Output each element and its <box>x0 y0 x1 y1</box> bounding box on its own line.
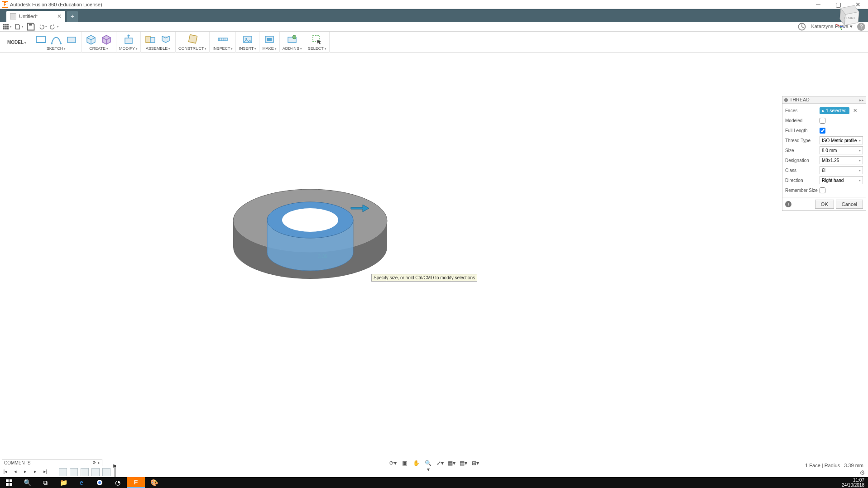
ribbon-group-create[interactable]: CREATE <box>82 32 116 53</box>
ribbon-label-create: CREATE <box>89 46 108 51</box>
ribbon-group-assemble[interactable]: ASSEMBLE <box>141 32 176 53</box>
row-class: Class 6H <box>785 165 863 175</box>
timeline-start-button[interactable]: |◂ <box>2 469 9 476</box>
look-at-button[interactable]: ▣ <box>400 460 409 468</box>
ribbon-toolbar: MODEL SKETCH CREATE MODIFY ASSEMBLE <box>0 32 868 53</box>
sketch-plane-icon[interactable] <box>65 33 78 46</box>
timeline-marker[interactable] <box>113 467 117 477</box>
ribbon-group-sketch[interactable]: SKETCH <box>31 32 82 53</box>
zoom-button[interactable]: 🔍▾ <box>424 460 433 468</box>
paint-icon[interactable]: 🎨 <box>145 477 163 488</box>
job-status-icon[interactable] <box>797 23 806 31</box>
timeline-fwd-button[interactable]: ▸ <box>32 469 39 476</box>
info-icon[interactable]: i <box>785 201 791 207</box>
viewcube[interactable]: FRONT <box>832 0 863 32</box>
designation-dropdown[interactable]: M8x1.25 <box>820 156 863 164</box>
comments-expand-icon[interactable]: ▸ <box>98 460 100 465</box>
class-dropdown[interactable]: 6H <box>820 166 863 174</box>
cancel-button[interactable]: Cancel <box>836 200 863 209</box>
display-button[interactable]: ▦▾ <box>447 460 456 468</box>
select-window-icon[interactable] <box>310 33 324 46</box>
class-value: 6H <box>822 168 828 173</box>
timeline-end-button[interactable]: ▸| <box>42 469 49 476</box>
grid-button[interactable]: ▤▾ <box>459 460 468 468</box>
edge-icon[interactable]: e <box>72 477 91 488</box>
sketch-line-icon[interactable] <box>49 33 63 46</box>
ribbon-label-sketch: SKETCH <box>47 46 66 51</box>
start-button[interactable] <box>0 477 18 488</box>
remember-label: Remember Size <box>785 188 818 193</box>
create-box-icon[interactable] <box>84 33 98 46</box>
modeled-checkbox[interactable] <box>820 118 825 124</box>
panel-footer: i OK Cancel <box>782 197 866 211</box>
addins-store-icon[interactable] <box>285 33 299 46</box>
ribbon-group-select[interactable]: SELECT <box>305 32 330 53</box>
panel-pin-icon[interactable]: ▸▸ <box>859 98 864 102</box>
quick-access-toolbar: Katarzyna Plewa ▾ ? <box>0 22 868 32</box>
timeline-feature[interactable] <box>81 468 89 476</box>
orbit-button[interactable]: ⟳▾ <box>388 460 398 468</box>
explorer-icon[interactable]: 📁 <box>54 477 72 488</box>
panel-header[interactable]: THREAD ▸▸ <box>782 96 866 104</box>
system-tray[interactable]: 11:07 24/10/2018 <box>842 478 868 488</box>
assemble-component-icon[interactable] <box>144 33 157 46</box>
modify-presspull-icon[interactable] <box>122 33 135 46</box>
construct-plane-icon[interactable] <box>186 33 199 46</box>
ribbon-group-insert[interactable]: INSERT <box>236 32 259 53</box>
save-button[interactable] <box>26 23 35 31</box>
create-extrude-icon[interactable] <box>100 33 113 46</box>
pan-button[interactable]: ✋ <box>412 460 421 468</box>
svg-rect-3 <box>3 26 5 28</box>
timeline-feature[interactable] <box>59 468 67 476</box>
thread-type-dropdown[interactable]: ISO Metric profile <box>820 136 863 144</box>
sketch-rectangle-icon[interactable] <box>34 33 48 46</box>
ribbon-group-addins[interactable]: ADD-INS <box>280 32 305 53</box>
fit-button[interactable]: ⤢▾ <box>436 460 445 468</box>
search-button[interactable]: 🔍 <box>18 477 36 488</box>
file-icon <box>10 13 16 19</box>
document-tab[interactable]: Untitled* ✕ <box>6 11 65 22</box>
fusion-taskbar-icon[interactable]: F <box>127 477 145 488</box>
faces-clear-icon[interactable]: ✕ <box>853 108 857 114</box>
comments-panel[interactable]: COMMENTS ⚙ ▸ <box>2 459 102 466</box>
timeline-feature[interactable] <box>70 468 78 476</box>
model-geometry <box>229 171 392 289</box>
ribbon-group-construct[interactable]: CONSTRUCT <box>176 32 210 53</box>
viewport-button[interactable]: ⊞▾ <box>471 460 480 468</box>
file-menu-button[interactable] <box>14 23 24 31</box>
timeline-settings-icon[interactable]: ⚙ <box>859 469 865 476</box>
faces-selection-badge[interactable]: ▸ 1 selected <box>820 107 849 114</box>
faces-count: 1 selected <box>826 108 847 113</box>
svg-rect-2 <box>7 24 9 25</box>
timeline-back-button[interactable]: ◂ <box>12 469 19 476</box>
assemble-joint-icon[interactable] <box>159 33 173 46</box>
workspace-switcher[interactable]: MODEL <box>3 32 31 53</box>
minimize-button[interactable]: ─ <box>808 0 828 9</box>
ribbon-group-modify[interactable]: MODIFY <box>116 32 141 53</box>
timeline-feature[interactable] <box>102 468 110 476</box>
timeline-feature[interactable] <box>91 468 100 476</box>
undo-button[interactable] <box>38 23 47 31</box>
row-size: Size 8.0 mm <box>785 145 863 155</box>
full-length-checkbox[interactable] <box>820 128 825 134</box>
ribbon-group-inspect[interactable]: INSPECT <box>210 32 236 53</box>
ok-button[interactable]: OK <box>815 200 834 209</box>
size-dropdown[interactable]: 8.0 mm <box>820 146 863 154</box>
ribbon-group-make[interactable]: MAKE <box>259 32 279 53</box>
insert-decal-icon[interactable] <box>241 33 254 46</box>
timeline-play-button[interactable]: ▸ <box>22 469 29 476</box>
redo-button[interactable] <box>50 23 59 31</box>
data-panel-button[interactable] <box>3 23 12 31</box>
app-icon[interactable]: ◔ <box>109 477 127 488</box>
make-print-icon[interactable] <box>263 33 276 46</box>
inspect-measure-icon[interactable] <box>216 33 230 46</box>
viewport[interactable]: 3.39 Specify size, or hold Ctrl/CMD to m… <box>0 53 868 469</box>
new-tab-button[interactable]: + <box>67 11 78 22</box>
svg-rect-15 <box>125 38 132 43</box>
comments-settings-icon[interactable]: ⚙ <box>92 460 96 465</box>
direction-dropdown[interactable]: Right hand <box>820 176 863 184</box>
remember-checkbox[interactable] <box>820 187 825 193</box>
task-view-button[interactable]: ⧉ <box>36 477 54 488</box>
tab-close-icon[interactable]: ✕ <box>57 13 62 19</box>
chrome-icon[interactable] <box>91 477 109 488</box>
